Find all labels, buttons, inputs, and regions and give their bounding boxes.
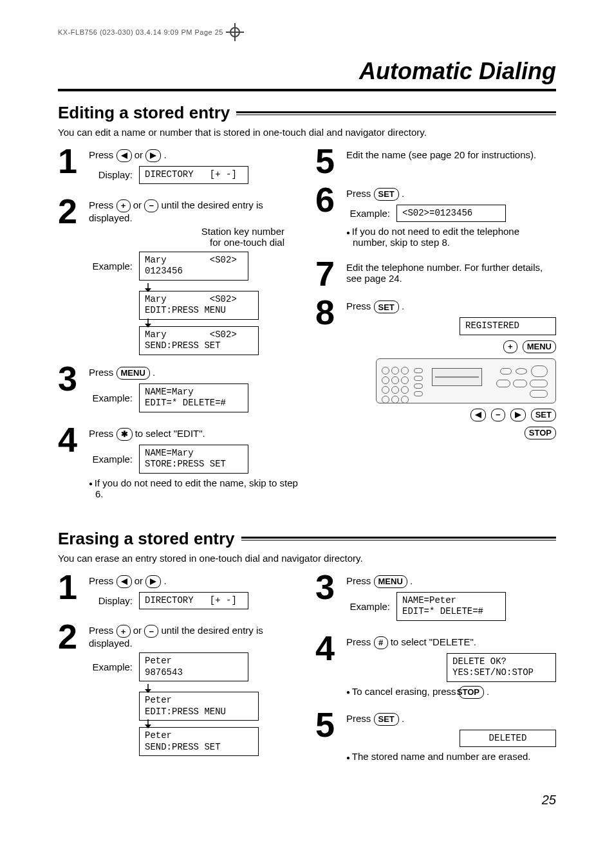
- heading-rule: [236, 111, 556, 115]
- step-number: 1: [58, 147, 82, 176]
- step-text: Press: [89, 428, 116, 439]
- edit-step-6: 6 Press SET . Example: <S02>=0123456 If …: [315, 185, 556, 251]
- step-number: 2: [58, 622, 82, 652]
- step-bullet: To cancel erasing, press STOP .: [346, 686, 556, 699]
- stop-key: STOP: [459, 686, 484, 699]
- step-text: .: [402, 188, 404, 199]
- step-text: Press: [89, 625, 116, 636]
- step-text: Press: [89, 149, 116, 160]
- left-arrow-key: [116, 149, 132, 162]
- step-text: Press: [89, 367, 116, 378]
- example-label: Example:: [89, 454, 133, 465]
- lcd-display: Peter 9876543: [139, 652, 248, 681]
- step-text: Press: [346, 713, 374, 724]
- example-label: Example:: [89, 392, 133, 403]
- svg-marker-9: [150, 578, 156, 585]
- step-text: Press: [89, 575, 116, 586]
- svg-marker-7: [515, 412, 521, 418]
- step-number: 7: [315, 259, 340, 289]
- step-text: .: [163, 575, 166, 586]
- lcd-display: Mary <S02> SEND:PRESS SET: [139, 326, 259, 355]
- example-label: Example:: [89, 261, 133, 272]
- key-legend-row2: − SET: [346, 409, 556, 421]
- page-number: 25: [58, 793, 556, 808]
- step-text: Press: [346, 188, 374, 199]
- erase-step-5: 5 Press SET . DELETED The stored name an…: [315, 710, 556, 765]
- step-text: or: [133, 199, 145, 210]
- bullet-text: To cancel erasing, press: [352, 686, 459, 697]
- edit-step-2: 2 Press + or − until the desired entry i…: [58, 197, 299, 355]
- plus-key: +: [116, 625, 131, 638]
- editing-intro: You can edit a name or number that is st…: [58, 127, 556, 138]
- svg-marker-0: [121, 152, 127, 159]
- minus-key: −: [491, 409, 505, 421]
- step-number: 4: [315, 634, 340, 663]
- step-text: or: [133, 625, 145, 636]
- svg-marker-6: [475, 412, 481, 418]
- erasing-intro: You can erase an entry stored in one-tou…: [58, 553, 556, 564]
- step-number: 5: [315, 710, 340, 740]
- set-key: SET: [374, 188, 399, 201]
- hash-key: #: [374, 636, 388, 649]
- plus-key: +: [503, 340, 517, 353]
- step-bullet: If you do not need to edit the telephone…: [346, 226, 556, 248]
- step-number: 3: [58, 364, 82, 394]
- step-number: 1: [58, 573, 82, 602]
- set-key: SET: [374, 713, 399, 726]
- erasing-title-text: Erasing a stored entry: [58, 529, 235, 549]
- lcd-display: NAME=Peter EDIT=* DELETE=#: [396, 592, 506, 621]
- print-header: KX-FLB756 (023-030) 03.4.14 9:09 PM Page…: [58, 26, 556, 39]
- step-text: Edit the name (see page 20 for instructi…: [346, 149, 556, 160]
- editing-title: Editing a stored entry: [58, 103, 556, 123]
- edit-step-5: 5 Edit the name (see page 20 for instruc…: [315, 147, 556, 176]
- example-label: Example:: [89, 661, 133, 672]
- step-number: 3: [315, 573, 340, 602]
- step-number: 5: [315, 147, 340, 176]
- star-key: ✱: [116, 428, 133, 441]
- editing-title-text: Editing a stored entry: [58, 103, 230, 123]
- lcd-display: Mary <S02> EDIT:PRESS MENU: [139, 291, 259, 320]
- lcd-display: NAME=Mary STORE:PRESS SET: [139, 445, 248, 474]
- lcd-display: Peter SEND:PRESS SET: [139, 727, 259, 756]
- step-text: .: [163, 149, 166, 160]
- key-legend-row3: STOP: [346, 427, 556, 439]
- step-text: Press: [346, 300, 374, 311]
- minus-key: −: [144, 199, 158, 212]
- step-number: 6: [315, 185, 340, 215]
- station-key-note: Station key number for one-touch dial: [89, 226, 284, 248]
- lcd-display: Peter EDIT:PRESS MENU: [139, 692, 259, 721]
- step-bullet: If you do not need to edit the name, ski…: [89, 477, 299, 499]
- edit-step-7: 7 Edit the telephone number. For further…: [315, 259, 556, 289]
- lcd-display: DIRECTORY [+ -]: [139, 166, 248, 184]
- step-text: Edit the telephone number. For further d…: [346, 262, 556, 284]
- step-text: or: [135, 149, 146, 160]
- step-text: .: [402, 300, 404, 311]
- lcd-display: <S02>=0123456: [396, 205, 506, 223]
- lcd-display: DELETE OK? YES:SET/NO:STOP: [447, 653, 556, 682]
- plus-key: +: [116, 199, 131, 212]
- lcd-display: DELETED: [460, 730, 556, 748]
- step-text: Press: [346, 575, 374, 586]
- header-text: KX-FLB756 (023-030) 03.4.14 9:09 PM Page…: [58, 28, 223, 36]
- lcd-display: DIRECTORY [+ -]: [139, 592, 248, 610]
- device-illustration: [376, 358, 556, 403]
- step-text: Press: [89, 199, 116, 210]
- step-text: or: [135, 575, 146, 586]
- menu-key: MENU: [116, 367, 150, 380]
- edit-step-8: 8 Press SET . REGISTERED + MENU: [315, 298, 556, 445]
- title-underline: [58, 89, 556, 91]
- menu-key: MENU: [523, 340, 556, 353]
- step-number: 2: [58, 197, 82, 226]
- minus-key: −: [144, 625, 158, 638]
- page-section-title: Automatic Dialing: [58, 58, 556, 85]
- set-key: SET: [374, 300, 399, 313]
- display-label: Display:: [89, 595, 133, 606]
- edit-step-1: 1 Press or . Display: DIRECTORY [+ -]: [58, 147, 299, 188]
- left-arrow-key: [470, 409, 486, 421]
- heading-rule: [241, 537, 556, 540]
- lcd-display: Mary <S02> 0123456: [139, 252, 248, 281]
- step-text: .: [153, 367, 155, 378]
- step-text: .: [410, 575, 413, 586]
- step-bullet: The stored name and number are erased.: [346, 751, 556, 762]
- left-arrow-key: [116, 575, 132, 588]
